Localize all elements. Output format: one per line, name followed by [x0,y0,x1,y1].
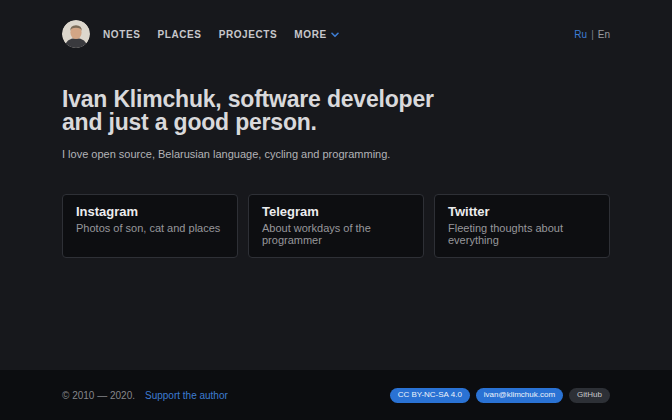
header: NOTES PLACES PROJECTS MORE Ru | En [0,0,672,48]
chevron-down-icon [331,32,339,38]
license-badge[interactable]: CC BY-NC-SA 4.0 [390,388,470,403]
page-title: Ivan Klimchuk, software developer and ju… [62,88,610,134]
copyright-text: © 2010 — 2020. [62,390,135,401]
github-badge[interactable]: GitHub [569,388,610,403]
footer-badges: CC BY-NC-SA 4.0 ivan@klimchuk.com GitHub [390,388,610,403]
card-twitter-title: Twitter [448,204,596,219]
card-instagram-description: Photos of son, cat and places [76,222,224,234]
lang-en-current[interactable]: En [598,29,610,40]
nav-item-projects[interactable]: PROJECTS [219,29,278,40]
social-cards-row: Instagram Photos of son, cat and places … [0,194,672,258]
card-telegram-title: Telegram [262,204,410,219]
hero-section: Ivan Klimchuk, software developer and ju… [0,48,672,160]
language-switcher: Ru | En [574,29,610,40]
card-twitter[interactable]: Twitter Fleeting thoughts about everythi… [434,194,610,258]
lang-ru-link[interactable]: Ru [574,29,587,40]
main-nav: NOTES PLACES PROJECTS MORE [103,29,339,40]
avatar[interactable] [62,20,90,48]
avatar-photo [62,20,90,48]
nav-item-notes[interactable]: NOTES [103,29,140,40]
nav-item-places[interactable]: PLACES [157,29,201,40]
card-twitter-description: Fleeting thoughts about everything [448,222,596,246]
card-instagram[interactable]: Instagram Photos of son, cat and places [62,194,238,258]
personal-homepage: NOTES PLACES PROJECTS MORE Ru | En Ivan … [0,0,672,420]
footer: © 2010 — 2020. Support the author CC BY-… [0,370,672,420]
email-badge[interactable]: ivan@klimchuk.com [476,388,563,403]
card-telegram[interactable]: Telegram About workdays of the programme… [248,194,424,258]
lang-divider: | [591,29,594,40]
page-subtitle: I love open source, Belarusian language,… [62,148,610,160]
page-title-line2: and just a good person. [62,109,317,135]
support-author-link[interactable]: Support the author [145,390,228,401]
card-telegram-description: About workdays of the programmer [262,222,410,246]
nav-item-more-label: MORE [294,29,326,40]
card-instagram-title: Instagram [76,204,224,219]
nav-item-more[interactable]: MORE [294,29,338,40]
